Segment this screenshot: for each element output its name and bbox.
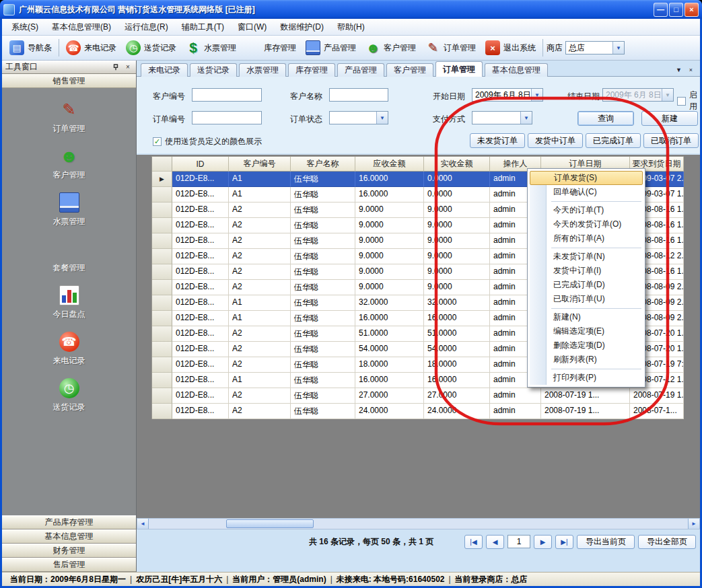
maximize-button[interactable]: □ xyxy=(669,3,683,17)
context-menu-item[interactable]: 新建(N) xyxy=(529,310,643,324)
context-menu-item[interactable]: 回单确认(C) xyxy=(529,185,643,199)
row-selector[interactable] xyxy=(152,187,172,203)
page-number-input[interactable] xyxy=(507,535,530,548)
context-menu-item[interactable]: 已完成订单(D) xyxy=(529,278,643,292)
sidebar-section-bar[interactable]: 财务管理 xyxy=(2,544,136,558)
horizontal-scrollbar[interactable]: ◄ ► xyxy=(137,518,700,529)
context-menu-item[interactable]: 编辑选定项(E) xyxy=(529,324,643,338)
scroll-left-icon[interactable]: ◄ xyxy=(137,519,149,529)
cancelled-orders-button[interactable]: 已取消订单 xyxy=(643,133,699,148)
menu-item[interactable]: 系统(S) xyxy=(5,20,45,35)
row-selector[interactable] xyxy=(152,311,172,326)
pay-method-select[interactable]: ▼ xyxy=(472,111,532,124)
menu-item[interactable]: 基本信息管理(B) xyxy=(45,20,118,35)
export-all-pages-button[interactable]: 导出全部页 xyxy=(638,535,696,549)
column-header[interactable]: ID xyxy=(172,157,229,172)
column-header[interactable]: 应收金额 xyxy=(355,157,424,172)
context-menu-item[interactable]: 删除选定项(D) xyxy=(529,338,643,353)
sidebar-item[interactable]: 水票管理 xyxy=(2,192,136,227)
enable-checkbox[interactable] xyxy=(677,97,686,106)
unshipped-orders-button[interactable]: 未发货订单 xyxy=(470,133,525,148)
chevron-down-icon[interactable]: ▼ xyxy=(520,112,532,124)
minimize-button[interactable]: — xyxy=(654,3,668,17)
row-selector[interactable] xyxy=(152,264,172,280)
toolbar-product-button[interactable]: 产品管理 xyxy=(301,38,361,57)
sidebar-item[interactable]: ☻客户管理 xyxy=(2,146,136,181)
chevron-down-icon[interactable]: ▼ xyxy=(612,42,624,54)
tab-item[interactable]: 基本信息管理 xyxy=(485,63,548,77)
tab-item[interactable]: 产品管理 xyxy=(337,63,384,77)
toolbar-customer-button[interactable]: ☻ 客户管理 xyxy=(361,38,421,57)
table-row[interactable]: 012D-E8...A2伍华聪27.000027.0000admin2008-0… xyxy=(152,388,684,404)
row-selector[interactable] xyxy=(152,218,172,233)
column-header[interactable]: 客户编号 xyxy=(229,157,291,172)
column-header[interactable]: 客户名称 xyxy=(291,157,355,172)
chevron-down-icon[interactable]: ▼ xyxy=(662,89,673,101)
sidebar-section-bar[interactable]: 售后管理 xyxy=(2,558,136,572)
end-date-picker[interactable]: 2009年 6月 8日 ▼ xyxy=(602,88,674,102)
tab-active[interactable]: 订单管理 xyxy=(435,61,483,77)
context-menu-item[interactable]: 未发货订单(N) xyxy=(529,250,643,264)
toolbar-water-ticket-button[interactable]: $ 水票管理 xyxy=(181,38,241,57)
export-current-page-button[interactable]: 导出当前页 xyxy=(577,535,635,549)
row-selector[interactable] xyxy=(152,203,172,218)
sidebar-item[interactable]: ✎订单管理 xyxy=(2,100,136,135)
sidebar-section-bar[interactable]: 产品库存管理 xyxy=(2,515,136,529)
customer-name-input[interactable] xyxy=(329,88,388,102)
order-no-input[interactable] xyxy=(192,111,262,124)
menu-item[interactable]: 数据维护(D) xyxy=(273,20,330,35)
chevron-down-icon[interactable]: ▼ xyxy=(531,89,542,101)
tab-item[interactable]: 客户管理 xyxy=(386,63,433,77)
toolbar-call-log-button[interactable]: ☎ 来电记录 xyxy=(61,38,121,57)
context-menu-item[interactable]: 打印列表(P) xyxy=(529,371,643,385)
row-selector[interactable] xyxy=(152,404,172,419)
context-menu-item[interactable]: 所有的订单(A) xyxy=(529,231,643,246)
sidebar-item[interactable]: 今日盘点 xyxy=(2,285,136,320)
context-menu-item[interactable]: 今天的发货订单(O) xyxy=(529,217,643,231)
row-selector[interactable] xyxy=(152,373,172,388)
sidebar-item[interactable]: ☎来电记录 xyxy=(2,332,136,367)
column-header[interactable]: 实收金额 xyxy=(424,157,490,172)
context-menu-item[interactable]: 订单发货(S) xyxy=(530,171,643,185)
row-selector[interactable] xyxy=(152,388,172,404)
sidebar-item[interactable]: ◷送货记录 xyxy=(2,378,136,413)
menu-item[interactable]: 辅助工具(T) xyxy=(175,20,231,35)
menu-item[interactable]: 运行信息(R) xyxy=(118,20,175,35)
row-selector[interactable] xyxy=(152,342,172,357)
next-page-button[interactable]: ▶ xyxy=(534,535,552,549)
row-selector[interactable] xyxy=(152,233,172,249)
row-selector[interactable] xyxy=(152,280,172,295)
tab-list-chevron-icon[interactable]: ▼ xyxy=(674,65,684,75)
last-page-button[interactable]: ▶| xyxy=(555,535,573,549)
menu-item[interactable]: 窗口(W) xyxy=(231,20,273,35)
context-menu-item[interactable]: 发货中订单(I) xyxy=(529,264,643,278)
shipping-orders-button[interactable]: 发货中订单 xyxy=(528,133,583,148)
start-date-picker[interactable]: 2009年 6月 8日 ▼ xyxy=(472,88,543,102)
close-button[interactable]: × xyxy=(685,3,699,17)
tab-item[interactable]: 送货记录 xyxy=(190,63,237,77)
context-menu-item[interactable]: 已取消订单(U) xyxy=(529,292,643,306)
toolbar-nav-button[interactable]: ▤ 导航条 xyxy=(5,38,57,57)
sidebar-section-sales[interactable]: 销售管理 xyxy=(2,74,136,88)
row-selector[interactable]: ▶ xyxy=(152,172,172,187)
chevron-down-icon[interactable]: ▼ xyxy=(376,112,388,124)
menu-item[interactable]: 帮助(H) xyxy=(330,20,372,35)
order-status-select[interactable]: ▼ xyxy=(329,111,388,124)
row-selector[interactable] xyxy=(152,295,172,311)
scrollbar-track[interactable] xyxy=(149,519,688,529)
store-select[interactable]: 总店 ▼ xyxy=(565,41,625,54)
sidebar-item[interactable]: 套餐管理 xyxy=(2,239,136,274)
row-selector[interactable] xyxy=(152,357,172,373)
delivery-color-checkbox[interactable]: ✓ xyxy=(153,137,162,146)
pin-icon[interactable] xyxy=(111,63,120,72)
tab-item[interactable]: 水票管理 xyxy=(239,63,286,77)
toolbar-order-button[interactable]: ✎ 订单管理 xyxy=(421,38,481,57)
scroll-right-icon[interactable]: ► xyxy=(688,519,699,529)
toolbar-inventory-button[interactable]: 库存管理 xyxy=(241,38,301,57)
row-selector[interactable] xyxy=(152,249,172,264)
table-row[interactable]: 012D-E8...A2伍华聪24.000024.0000admin2008-0… xyxy=(152,404,684,419)
tab-item[interactable]: 来电记录 xyxy=(141,63,188,77)
new-button[interactable]: 新建 xyxy=(641,111,698,126)
close-icon[interactable]: × xyxy=(123,63,133,72)
scrollbar-thumb[interactable] xyxy=(226,519,314,528)
